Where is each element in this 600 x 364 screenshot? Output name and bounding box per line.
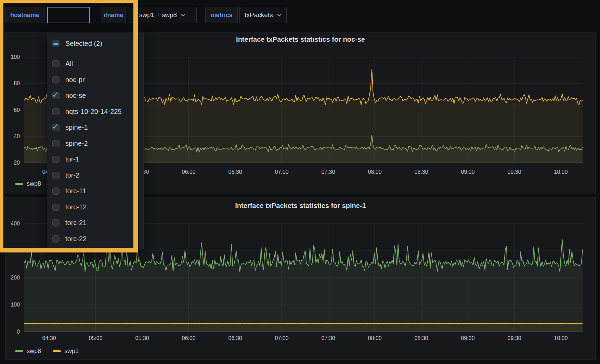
series-line-swp1 [24,323,583,324]
chart-legend: swp8swp1 [15,347,79,355]
checkbox-unchecked-icon[interactable] [52,76,60,83]
series-fill-swp1 [24,323,583,332]
legend-series-color-icon [15,350,23,352]
dropdown-item-torc-21[interactable]: torc-21 [47,215,143,231]
checkbox-unchecked-icon[interactable] [52,156,60,163]
legend-series-color-icon [15,183,23,185]
legend-item-swp1[interactable]: swp1 [53,348,79,355]
dropdown-item-label: noc-pr [65,76,85,84]
legend-series-label: swp1 [64,348,79,355]
legend-item-swp8[interactable]: swp8 [15,348,41,355]
checkbox-unchecked-icon[interactable] [52,219,60,226]
dropdown-item-label: tor-2 [65,171,79,179]
checkbox-checked-icon[interactable]: ✓ [52,124,60,131]
legend-series-label: swp8 [27,348,41,355]
dropdown-item-spine-1[interactable]: ✓spine-1 [47,120,143,136]
check-icon: ✓ [52,90,59,100]
checkbox-checked-icon[interactable]: ✓ [52,92,60,99]
dropdown-item-label: Selected (2) [65,40,102,48]
ifname-variable-value-dropdown[interactable]: swp1 + swp8 [128,7,197,23]
dropdown-item-label: spine-1 [65,124,88,131]
metrics-variable-label-text: metrics [210,12,232,19]
dropdown-item-label: torc-21 [65,219,87,227]
dropdown-item-label: tor-1 [65,155,79,163]
dropdown-item-label: torc-11 [65,187,86,195]
ifname-variable-value: swp1 + swp8 [139,11,177,19]
dropdown-item-label: torc-22 [65,235,87,243]
dropdown-item-selected-summary[interactable]: Selected (2) [47,36,143,52]
dropdown-item-torc-22[interactable]: torc-22 [47,231,143,247]
indeterminate-dash-icon [53,43,58,45]
dropdown-item-label: All [65,60,73,68]
checkbox-unchecked-icon[interactable] [52,204,60,211]
legend-item-swp8[interactable]: swp8 [15,180,41,187]
grafana-dashboard: hostname ifname swp1 + swp8 metrics txPa… [0,0,600,364]
hostname-input[interactable] [47,7,90,23]
dropdown-item-tor-2[interactable]: tor-2 [47,167,143,183]
check-icon: ✓ [52,122,59,131]
legend-series-label: swp8 [27,180,41,187]
dropdown-item-label: torc-12 [65,203,87,211]
ifname-variable-label-text: ifname [103,12,123,19]
dropdown-item-tor-1[interactable]: tor-1 [47,152,143,168]
checkbox-unchecked-icon[interactable] [52,235,60,243]
ifname-variable-label[interactable]: ifname [101,7,126,23]
checkbox-unchecked-icon[interactable] [52,140,60,147]
hostname-variable-label[interactable]: hostname [5,7,44,23]
dropdown-item-torc-12[interactable]: torc-12 [47,199,143,215]
dropdown-item-all[interactable]: All [47,56,143,72]
checkbox-unchecked-icon[interactable] [52,172,60,179]
dropdown-item-noc-pr[interactable]: noc-pr [47,72,143,88]
dropdown-item-label: nqts-10-20-14-225 [65,108,122,116]
dropdown-item-label: spine-2 [65,140,88,147]
metrics-variable-value-dropdown[interactable]: txPackets [239,7,287,23]
dropdown-item-label: noc-se [65,92,86,100]
metrics-variable-value: txPackets [245,11,273,19]
dropdown-item-nqts-10-20-14-225[interactable]: nqts-10-20-14-225 [47,104,143,120]
dropdown-item-noc-se[interactable]: ✓noc-se [47,88,143,104]
legend-series-color-icon [53,350,61,352]
checkbox-unchecked-icon[interactable] [52,108,60,115]
chevron-down-icon [181,14,185,17]
hostname-dropdown-menu: Selected (2)Allnoc-pr✓noc-senqts-10-20-1… [47,32,144,249]
chevron-down-icon [277,14,282,17]
metrics-variable-label[interactable]: metrics [205,7,238,23]
checkbox-indeterminate-icon[interactable] [52,40,60,47]
checkbox-unchecked-icon[interactable] [52,60,60,67]
checkbox-unchecked-icon[interactable] [52,187,60,195]
dropdown-item-torc-11[interactable]: torc-11 [47,183,143,199]
hostname-variable-label-text: hostname [10,12,39,19]
dropdown-item-spine-2[interactable]: spine-2 [47,135,143,152]
